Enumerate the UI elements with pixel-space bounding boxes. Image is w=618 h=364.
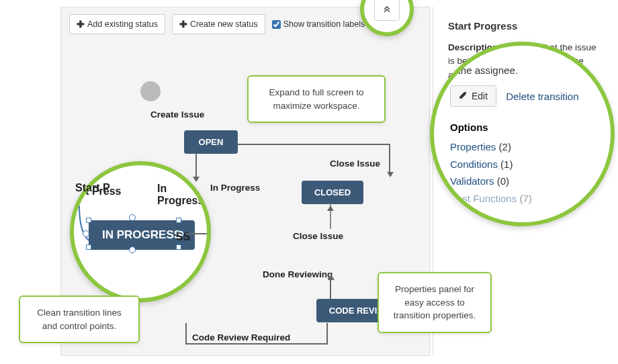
connection-point[interactable] [129, 214, 136, 221]
arrowhead-icon [328, 275, 335, 280]
connection-point[interactable] [129, 246, 136, 253]
connector [195, 154, 197, 179]
connector [389, 144, 390, 172]
show-labels-checkbox-wrap[interactable]: Show transition labels [272, 19, 365, 29]
transition-label-done-reviewing[interactable]: Done Reviewing [263, 269, 333, 279]
resize-handle[interactable] [86, 244, 91, 250]
transition-label-code-review-required[interactable]: Code Review Required [192, 332, 290, 343]
option-properties[interactable]: Properties (2) [450, 138, 594, 156]
edit-button[interactable]: Edit [450, 85, 496, 107]
option-validators[interactable]: Validators (0) [450, 173, 594, 190]
status-node-open[interactable]: OPEN [184, 130, 238, 154]
callout-panel: Properties panel for easy access to tran… [378, 272, 492, 333]
panel-desc-fragment: y the assignee. [450, 64, 594, 76]
transition-label-close-issue-2[interactable]: Close Issue [293, 231, 343, 241]
start-node[interactable] [140, 81, 161, 101]
transition-label-create-issue[interactable]: Create Issue [150, 109, 204, 120]
connector [238, 144, 389, 145]
connector [185, 233, 211, 234]
connection-point[interactable] [83, 230, 89, 237]
resize-handle[interactable] [176, 218, 181, 223]
show-labels-text: Show transition labels [283, 19, 365, 29]
delete-transition-link[interactable]: Delete transition [506, 91, 578, 102]
create-new-status-button[interactable]: ✚ Create new status [172, 14, 265, 34]
create-new-label: Create new status [190, 19, 258, 29]
connector [330, 279, 331, 300]
transition-label-in-progress[interactable]: In Progress [210, 183, 260, 193]
connector [185, 323, 187, 343]
arrowhead-icon [327, 206, 334, 211]
options-heading: Options [450, 122, 594, 133]
transition-label-close-issue-1[interactable]: Close Issue [330, 158, 380, 169]
chevrons-up-icon [382, 4, 392, 15]
add-existing-label: Add existing status [87, 19, 158, 29]
pencil-icon [459, 91, 468, 101]
callout-lines: Clean transition lines and control point… [19, 295, 140, 343]
callout-expand: Expand to full screen to maximize worksp… [247, 75, 386, 123]
plus-icon: ✚ [77, 19, 85, 30]
show-labels-checkbox[interactable] [272, 20, 281, 29]
transition-label-start-progress[interactable]: Start P [75, 182, 110, 194]
option-conditions[interactable]: Conditions (1) [450, 156, 594, 173]
arrowhead-icon [387, 172, 394, 177]
status-node-closed[interactable]: CLOSED [302, 181, 363, 204]
option-functions[interactable]: Post Functions (7) [450, 190, 594, 208]
arrowhead-icon [193, 177, 200, 182]
connector [326, 323, 328, 345]
highlight-circle-panel: y the assignee. Edit Delete transition O… [430, 42, 615, 226]
connector [185, 343, 326, 345]
resize-handle[interactable] [176, 244, 181, 250]
panel-title: Start Progress [448, 20, 603, 32]
plus-icon: ✚ [179, 19, 187, 30]
add-existing-status-button[interactable]: ✚ Add existing status [69, 14, 165, 34]
edit-label: Edit [472, 91, 488, 101]
expand-fullscreen-button[interactable] [374, 0, 400, 21]
resize-handle[interactable] [86, 218, 91, 223]
